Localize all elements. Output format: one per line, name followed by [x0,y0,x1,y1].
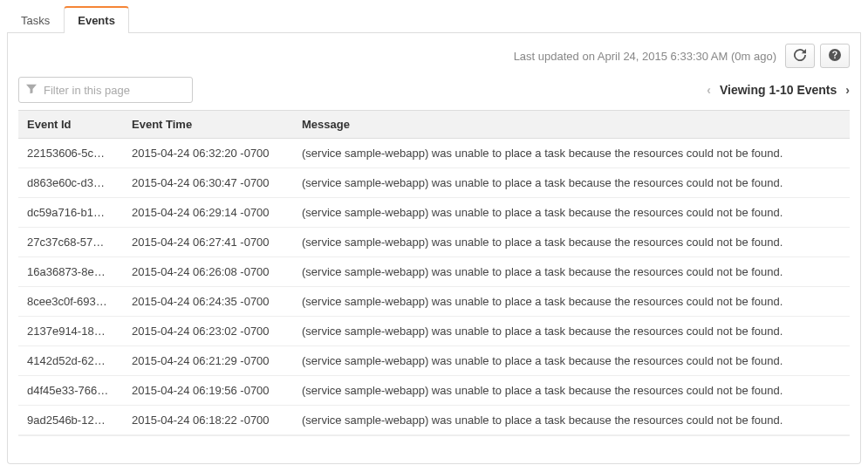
table-row[interactable]: 4142d52d-62…2015-04-24 06:21:29 -0700(se… [18,346,850,376]
toolbar-top: Last updated on April 24, 2015 6:33:30 A… [18,44,850,68]
table-row[interactable]: dc59a716-b1…2015-04-24 06:29:14 -0700(se… [18,198,850,228]
cell-event-time: 2015-04-24 06:21:29 -0700 [123,346,293,376]
pager-label: Viewing 1-10 Events [720,83,837,97]
cell-event-id: dc59a716-b1… [18,198,123,228]
help-icon [829,49,841,64]
cell-event-id: 27c37c68-57… [18,228,123,257]
col-message[interactable]: Message [293,111,850,139]
cell-message: (service sample-webapp) was unable to pl… [293,168,850,198]
cell-event-id: 4142d52d-62… [18,346,123,376]
cell-event-time: 2015-04-24 06:24:35 -0700 [123,287,293,317]
pager: ‹ Viewing 1-10 Events › [707,83,850,97]
table-row[interactable]: 27c37c68-57…2015-04-24 06:27:41 -0700(se… [18,228,850,257]
cell-message: (service sample-webapp) was unable to pl… [293,257,850,287]
cell-event-time: 2015-04-24 06:27:41 -0700 [123,228,293,257]
tabs-bar: Tasks Events [7,3,861,33]
cell-event-time: 2015-04-24 06:19:56 -0700 [123,376,293,406]
filter-box[interactable] [18,77,193,103]
tab-events[interactable]: Events [64,6,129,33]
events-panel: Last updated on April 24, 2015 6:33:30 A… [7,33,861,464]
cell-message: (service sample-webapp) was unable to pl… [293,406,850,435]
cell-message: (service sample-webapp) was unable to pl… [293,139,850,168]
filter-icon [26,84,42,97]
cell-event-time: 2015-04-24 06:29:14 -0700 [123,198,293,228]
col-event-id[interactable]: Event Id [18,111,123,139]
pager-next[interactable]: › [845,83,850,97]
cell-event-id: 16a36873-8e… [18,257,123,287]
tab-tasks[interactable]: Tasks [7,6,64,33]
last-updated-text: Last updated on April 24, 2015 6:33:30 A… [514,50,776,63]
filter-row: ‹ Viewing 1-10 Events › [18,77,850,103]
cell-event-id: d863e60c-d3… [18,168,123,198]
table-header-row: Event Id Event Time Message [18,111,850,139]
help-button[interactable] [820,44,850,68]
table-row[interactable]: 22153606-5c…2015-04-24 06:32:20 -0700(se… [18,139,850,168]
cell-message: (service sample-webapp) was unable to pl… [293,346,850,376]
filter-input[interactable] [42,83,185,98]
cell-message: (service sample-webapp) was unable to pl… [293,317,850,346]
refresh-button[interactable] [785,44,815,68]
table-row[interactable]: d4f45e33-766…2015-04-24 06:19:56 -0700(s… [18,376,850,406]
events-table: Event Id Event Time Message 22153606-5c…… [18,110,850,435]
cell-message: (service sample-webapp) was unable to pl… [293,376,850,406]
cell-message: (service sample-webapp) was unable to pl… [293,228,850,257]
cell-event-time: 2015-04-24 06:26:08 -0700 [123,257,293,287]
cell-message: (service sample-webapp) was unable to pl… [293,287,850,317]
cell-event-id: 22153606-5c… [18,139,123,168]
cell-event-id: d4f45e33-766… [18,376,123,406]
refresh-icon [794,49,806,64]
cell-event-time: 2015-04-24 06:18:22 -0700 [123,406,293,435]
col-event-time[interactable]: Event Time [123,111,293,139]
table-row[interactable]: d863e60c-d3…2015-04-24 06:30:47 -0700(se… [18,168,850,198]
cell-event-id: 2137e914-18… [18,317,123,346]
cell-message: (service sample-webapp) was unable to pl… [293,198,850,228]
cell-event-id: 8cee3c0f-693… [18,287,123,317]
cell-event-time: 2015-04-24 06:30:47 -0700 [123,168,293,198]
cell-event-id: 9ad2546b-12… [18,406,123,435]
cell-event-time: 2015-04-24 06:23:02 -0700 [123,317,293,346]
table-row[interactable]: 9ad2546b-12…2015-04-24 06:18:22 -0700(se… [18,406,850,435]
table-row[interactable]: 2137e914-18…2015-04-24 06:23:02 -0700(se… [18,317,850,346]
table-row[interactable]: 8cee3c0f-693…2015-04-24 06:24:35 -0700(s… [18,287,850,317]
pager-prev[interactable]: ‹ [707,83,711,97]
table-row[interactable]: 16a36873-8e…2015-04-24 06:26:08 -0700(se… [18,257,850,287]
cell-event-time: 2015-04-24 06:32:20 -0700 [123,139,293,168]
table-footer-space [18,435,850,451]
